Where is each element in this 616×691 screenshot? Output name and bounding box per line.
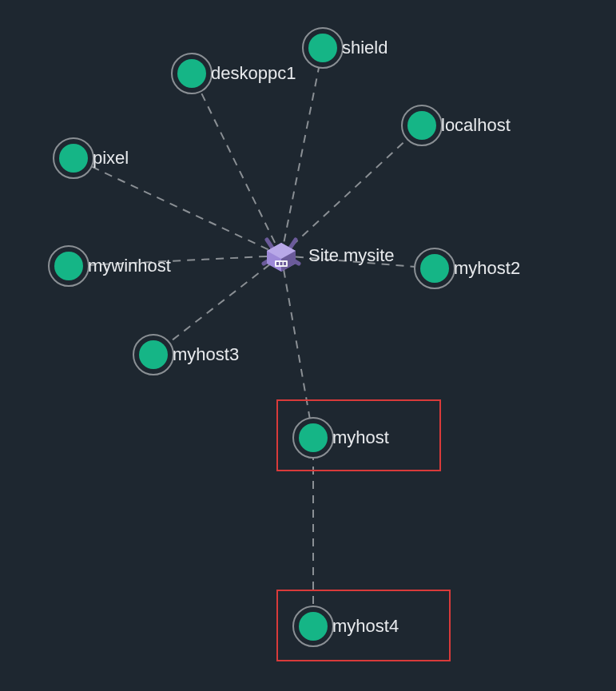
host-node-myhost2[interactable]: myhost2 bbox=[414, 248, 520, 289]
host-status-dot bbox=[299, 423, 328, 452]
svg-rect-10 bbox=[284, 262, 286, 265]
host-status-dot bbox=[308, 34, 337, 62]
host-node-localhost[interactable]: localhost bbox=[401, 105, 511, 146]
topology-canvas[interactable]: Site mysiteshielddeskoppc1localhostpixel… bbox=[0, 0, 616, 691]
host-node-label: localhost bbox=[441, 115, 511, 136]
host-node-label: pixel bbox=[93, 148, 129, 169]
host-node-label: shield bbox=[342, 38, 387, 58]
host-node-deskoppc1[interactable]: deskoppc1 bbox=[171, 53, 296, 94]
site-node[interactable]: Site mysite bbox=[257, 232, 395, 280]
host-status-icon[interactable] bbox=[133, 334, 174, 375]
site-icon[interactable] bbox=[257, 232, 305, 280]
host-status-dot bbox=[177, 59, 206, 88]
host-status-icon[interactable] bbox=[171, 53, 213, 94]
host-status-icon[interactable] bbox=[53, 137, 94, 179]
host-status-icon[interactable] bbox=[302, 27, 344, 69]
host-status-dot bbox=[407, 111, 436, 140]
host-node-label: myhost bbox=[332, 427, 389, 448]
host-node-label: mywinhost bbox=[88, 256, 171, 276]
host-node-label: myhost3 bbox=[173, 344, 239, 365]
host-node-label: deskoppc1 bbox=[211, 63, 296, 84]
host-status-dot bbox=[54, 252, 83, 280]
site-node-label: Site mysite bbox=[308, 245, 395, 266]
host-node-myhost4[interactable]: myhost4 bbox=[292, 606, 399, 647]
host-status-icon[interactable] bbox=[292, 606, 334, 647]
svg-line-0 bbox=[267, 240, 273, 249]
host-status-dot bbox=[59, 144, 88, 173]
host-node-myhost3[interactable]: myhost3 bbox=[133, 334, 239, 375]
svg-rect-8 bbox=[276, 262, 279, 265]
host-status-dot bbox=[139, 340, 168, 369]
svg-rect-9 bbox=[280, 262, 283, 265]
host-node-pixel[interactable]: pixel bbox=[53, 137, 129, 179]
host-node-label: myhost4 bbox=[332, 616, 399, 637]
svg-line-1 bbox=[289, 240, 296, 249]
host-node-label: myhost2 bbox=[454, 258, 520, 279]
host-node-mywinhost[interactable]: mywinhost bbox=[48, 245, 171, 287]
host-status-dot bbox=[299, 612, 328, 641]
host-node-shield[interactable]: shield bbox=[302, 27, 387, 69]
host-status-icon[interactable] bbox=[292, 417, 334, 459]
host-status-icon[interactable] bbox=[48, 245, 89, 287]
host-node-myhost[interactable]: myhost bbox=[292, 417, 389, 459]
edge-layer bbox=[0, 0, 616, 691]
edge-center-deskoppc1 bbox=[192, 73, 281, 256]
edge-center-myhost bbox=[281, 256, 313, 438]
host-status-icon[interactable] bbox=[401, 105, 443, 146]
host-status-dot bbox=[420, 254, 449, 283]
host-status-icon[interactable] bbox=[414, 248, 455, 289]
